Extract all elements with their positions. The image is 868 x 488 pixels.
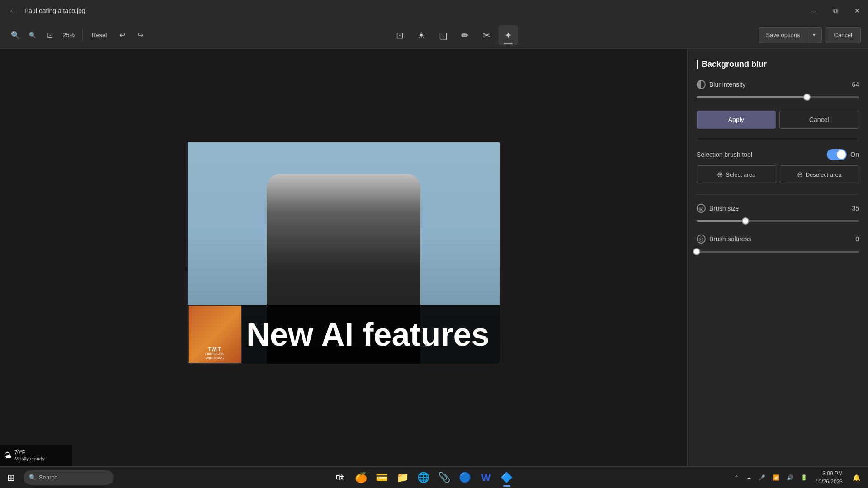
ai-tool[interactable]: ✦ [498, 25, 518, 45]
undo-button[interactable]: ↩ [114, 27, 131, 43]
wifi-icon: 📶 [773, 474, 779, 481]
adjust-tool[interactable]: ☀ [411, 25, 431, 45]
taskbar-app-active[interactable]: 🔷 [497, 468, 517, 488]
weather-bar: 🌤 70°F Mostly cloudy [0, 445, 72, 466]
weather-temp: 70°F [14, 449, 45, 455]
cloud-icon: ☁ [746, 474, 751, 481]
tool-group: ⊡ ☀ ◫ ✏ ✂ ✦ [151, 25, 757, 45]
mic-button[interactable]: 🎤 [756, 473, 768, 483]
word-icon: W [481, 472, 491, 483]
close-button[interactable]: ✕ [846, 0, 868, 22]
notification-icon: 🔔 [853, 474, 860, 481]
maximize-button[interactable]: ⧉ [825, 0, 846, 22]
maximize-icon: ⧉ [833, 7, 838, 15]
chevron-up-button[interactable]: ⌃ [731, 473, 741, 483]
taskbar-apps: 🛍 🍊 💳 📁 🌐 📎 🔵 W 🔷 [116, 468, 731, 488]
redo-button[interactable]: ↪ [132, 27, 149, 43]
select-area-label: Select area [726, 171, 755, 178]
search-label: Search [39, 474, 57, 481]
blur-slider-container[interactable] [697, 93, 859, 102]
toolbar: 🔍 🔍 ⊡ 25% Reset ↩ ↪ ⊡ ☀ ◫ ✏ ✂ ✦ [0, 22, 868, 49]
zoom-in-icon: 🔍 [11, 31, 20, 39]
taskbar-app-teams[interactable]: 🔵 [455, 468, 475, 488]
chevron-down-icon: ▾ [813, 32, 816, 38]
back-button[interactable]: ← [5, 4, 20, 18]
panel-cancel-button[interactable]: Cancel [779, 111, 859, 129]
redo-icon: ↪ [137, 31, 143, 39]
taskbar: ⊞ 🔍 Search 🛍 🍊 💳 📁 🌐 📎 🔵 W 🔷 [0, 466, 868, 488]
save-options-main[interactable]: Save options [760, 28, 807, 43]
photo: TWiT HANDS-ONWINDOWS New AI features in … [188, 142, 500, 364]
blur-intensity-icon [697, 80, 706, 89]
zoom-fit-button[interactable]: ⊡ [42, 27, 58, 43]
deselect-area-label: Deselect area [806, 171, 842, 178]
erase-icon: ✂ [483, 30, 491, 41]
selection-brush-toggle[interactable] [827, 149, 847, 160]
brush-softness-value: 0 [855, 235, 859, 243]
blur-slider-fill [697, 96, 807, 98]
taskbar-app-office[interactable]: 📎 [434, 468, 454, 488]
toggle-container: On [827, 149, 859, 160]
wifi-button[interactable]: 📶 [770, 473, 782, 483]
start-button[interactable]: ⊞ [0, 467, 22, 488]
window-controls: ─ ⧉ ✕ [803, 0, 868, 22]
brush-softness-slider-thumb[interactable] [693, 248, 700, 255]
cloud-button[interactable]: ☁ [743, 473, 754, 483]
right-panel: Background blur Blur intensity 64 Apply … [687, 49, 868, 466]
toggle-knob [837, 150, 846, 159]
select-area-button[interactable]: ⊕ Select area [697, 165, 776, 183]
save-options-button[interactable]: Save options ▾ [759, 27, 821, 43]
brush-size-slider-thumb[interactable] [742, 217, 749, 225]
selection-brush-label: Selection brush tool [697, 151, 752, 158]
volume-button[interactable]: 🔊 [784, 473, 796, 483]
taskbar-app-folder[interactable]: 📁 [393, 468, 413, 488]
taskbar-app-fruit[interactable]: 🍊 [351, 468, 371, 488]
zoom-out-button[interactable]: 🔍 [24, 27, 41, 43]
teams-icon: 🔵 [459, 472, 471, 483]
edge-icon: 🌐 [417, 472, 429, 483]
brush-softness-label: ◎ Brush softness [697, 235, 751, 244]
taskbar-search[interactable]: 🔍 Search [24, 470, 114, 485]
clock-date: 10/26/2023 [816, 478, 843, 486]
battery-button[interactable]: 🔋 [798, 473, 810, 483]
minimize-button[interactable]: ─ [803, 0, 825, 22]
save-options-dropdown[interactable]: ▾ [807, 28, 821, 43]
markup-tool[interactable]: ✏ [455, 25, 475, 45]
crop-tool[interactable]: ⊡ [390, 25, 410, 45]
taskbar-app-edge[interactable]: 🌐 [414, 468, 434, 488]
brush-softness-icon: ◎ [697, 235, 706, 244]
zoom-level: 25% [59, 32, 79, 38]
blur-slider-thumb[interactable] [803, 94, 811, 101]
toolbar-cancel-button[interactable]: Cancel [826, 27, 861, 43]
erase-tool[interactable]: ✂ [476, 25, 496, 45]
zoom-in-button[interactable]: 🔍 [7, 27, 24, 43]
wallet-icon: 💳 [376, 472, 388, 483]
notification-button[interactable]: 🔔 [848, 469, 864, 486]
brush-size-row: ◎ Brush size 35 [697, 204, 859, 213]
store-icon: 🛍 [336, 472, 345, 483]
panel-divider-2 [697, 194, 859, 195]
system-clock[interactable]: 3:09 PM 10/26/2023 [812, 469, 846, 487]
taskbar-app-word[interactable]: W [476, 468, 496, 488]
brush-size-icon: ◎ [697, 204, 706, 213]
reset-button[interactable]: Reset [86, 30, 113, 40]
brush-softness-slider-container[interactable] [697, 247, 859, 256]
blur-intensity-row: Blur intensity 64 [697, 80, 859, 89]
battery-icon: 🔋 [801, 474, 807, 481]
deselect-area-icon: ⊖ [797, 170, 803, 179]
zoom-group: 🔍 🔍 ⊡ 25% [7, 27, 79, 43]
brush-size-slider-track [697, 220, 859, 222]
deselect-area-button[interactable]: ⊖ Deselect area [780, 165, 859, 183]
thumbnail-inner: TWiT HANDS-ONWINDOWS [189, 306, 241, 363]
taskbar-app-wallet[interactable]: 💳 [372, 468, 392, 488]
markup-icon: ✏ [461, 30, 469, 41]
filter-tool[interactable]: ◫ [433, 25, 453, 45]
thumbnail-twit: TWiT [208, 347, 221, 352]
brush-size-slider-container[interactable] [697, 216, 859, 225]
blur-slider-track [697, 96, 859, 98]
thumbnail-hands: HANDS-ONWINDOWS [205, 352, 225, 360]
apply-button[interactable]: Apply [697, 111, 776, 129]
brush-size-slider-fill [697, 220, 745, 222]
brush-softness-row: ◎ Brush softness 0 [697, 235, 859, 244]
taskbar-app-store[interactable]: 🛍 [330, 468, 350, 488]
